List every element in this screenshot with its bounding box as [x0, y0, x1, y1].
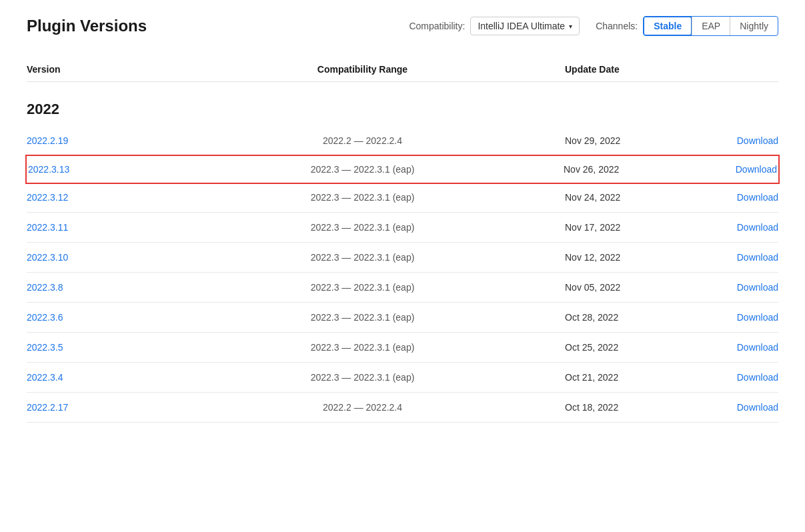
version-link[interactable]: 2022.2.17 — [27, 402, 160, 413]
compat-range: 2022.2 — 2022.2.4 — [160, 402, 565, 413]
compatibility-label: Compatibility: — [409, 21, 465, 31]
header: Plugin Versions Compatibility: IntelliJ … — [27, 16, 778, 36]
update-date: Nov 05, 2022 — [565, 282, 698, 293]
compat-range: 2022.3 — 2022.3.1 (eap) — [160, 222, 565, 233]
compat-range: 2022.3 — 2022.3.1 (eap) — [161, 164, 564, 175]
table-row: 2022.3.8 2022.3 — 2022.3.1 (eap) Nov 05,… — [27, 273, 778, 303]
channel-eap-button[interactable]: EAP — [692, 17, 730, 35]
download-link[interactable]: Download — [698, 192, 778, 203]
compat-range: 2022.3 — 2022.3.1 (eap) — [160, 312, 565, 323]
table-row: 2022.2.17 2022.2 — 2022.2.4 Oct 18, 2022… — [27, 393, 778, 423]
table-row: 2022.3.4 2022.3 — 2022.3.1 (eap) Oct 21,… — [27, 363, 778, 393]
compatibility-value: IntelliJ IDEA Ultimate — [478, 21, 565, 31]
page-container: Plugin Versions Compatibility: IntelliJ … — [0, 0, 805, 532]
update-date: Nov 12, 2022 — [565, 252, 698, 263]
download-link[interactable]: Download — [698, 252, 778, 263]
table-row: 2022.3.6 2022.3 — 2022.3.1 (eap) Oct 28,… — [27, 303, 778, 333]
compatibility-section: Compatibility: IntelliJ IDEA Ultimate ▾ — [409, 17, 580, 35]
page-title: Plugin Versions — [27, 17, 147, 35]
compat-range: 2022.3 — 2022.3.1 (eap) — [160, 252, 565, 263]
update-date: Oct 25, 2022 — [565, 342, 698, 353]
table-row: 2022.3.12 2022.3 — 2022.3.1 (eap) Nov 24… — [27, 183, 778, 213]
table-header: Version Compatibility Range Update Date — [27, 57, 778, 82]
version-link[interactable]: 2022.3.12 — [27, 192, 160, 203]
channels-label: Channels: — [596, 21, 638, 31]
channel-nightly-button[interactable]: Nightly — [730, 17, 778, 35]
download-link[interactable]: Download — [698, 135, 778, 146]
table-row: 2022.3.5 2022.3 — 2022.3.1 (eap) Oct 25,… — [27, 333, 778, 363]
download-link[interactable]: Download — [698, 402, 778, 413]
download-link[interactable]: Download — [698, 222, 778, 233]
update-date: Oct 18, 2022 — [565, 402, 698, 413]
update-date: Oct 28, 2022 — [565, 312, 698, 323]
compat-range: 2022.3 — 2022.3.1 (eap) — [160, 342, 565, 353]
channel-buttons-group: Stable EAP Nightly — [643, 16, 778, 36]
dropdown-arrow-icon: ▾ — [569, 23, 572, 30]
update-date: Nov 17, 2022 — [565, 222, 698, 233]
version-link[interactable]: 2022.3.4 — [27, 372, 160, 383]
col-version-header: Version — [27, 64, 160, 75]
version-link[interactable]: 2022.2.19 — [27, 135, 160, 146]
compat-range: 2022.3 — 2022.3.1 (eap) — [160, 282, 565, 293]
table-row: 2022.3.11 2022.3 — 2022.3.1 (eap) Nov 17… — [27, 213, 778, 243]
year-heading: 2022 — [27, 93, 778, 126]
table-row-highlighted: 2022.3.13 2022.3 — 2022.3.1 (eap) Nov 26… — [25, 155, 780, 184]
update-date: Oct 21, 2022 — [565, 372, 698, 383]
version-link[interactable]: 2022.3.10 — [27, 252, 160, 263]
version-link[interactable]: 2022.3.11 — [27, 222, 160, 233]
download-link[interactable]: Download — [698, 312, 778, 323]
table-row: 2022.3.10 2022.3 — 2022.3.1 (eap) Nov 12… — [27, 243, 778, 273]
version-link[interactable]: 2022.3.8 — [27, 282, 160, 293]
download-link[interactable]: Download — [698, 372, 778, 383]
version-link[interactable]: 2022.3.13 — [28, 164, 161, 175]
compat-range: 2022.2 — 2022.2.4 — [160, 135, 565, 146]
update-date: Nov 29, 2022 — [565, 135, 698, 146]
col-action-header — [698, 64, 778, 75]
channels-section: Channels: Stable EAP Nightly — [596, 16, 778, 36]
channel-stable-button[interactable]: Stable — [643, 16, 692, 36]
col-date-header: Update Date — [565, 64, 698, 75]
compatibility-dropdown[interactable]: IntelliJ IDEA Ultimate ▾ — [470, 17, 580, 35]
col-compat-header: Compatibility Range — [160, 64, 565, 75]
update-date: Nov 24, 2022 — [565, 192, 698, 203]
update-date: Nov 26, 2022 — [564, 164, 697, 175]
download-link[interactable]: Download — [698, 342, 778, 353]
table-row: 2022.2.19 2022.2 — 2022.2.4 Nov 29, 2022… — [27, 126, 778, 156]
year-group-2022: 2022 2022.2.19 2022.2 — 2022.2.4 Nov 29,… — [27, 93, 778, 423]
version-link[interactable]: 2022.3.6 — [27, 312, 160, 323]
download-link[interactable]: Download — [698, 282, 778, 293]
compat-range: 2022.3 — 2022.3.1 (eap) — [160, 372, 565, 383]
compat-range: 2022.3 — 2022.3.1 (eap) — [160, 192, 565, 203]
version-link[interactable]: 2022.3.5 — [27, 342, 160, 353]
header-controls: Compatibility: IntelliJ IDEA Ultimate ▾ … — [409, 16, 778, 36]
download-link[interactable]: Download — [697, 164, 777, 175]
